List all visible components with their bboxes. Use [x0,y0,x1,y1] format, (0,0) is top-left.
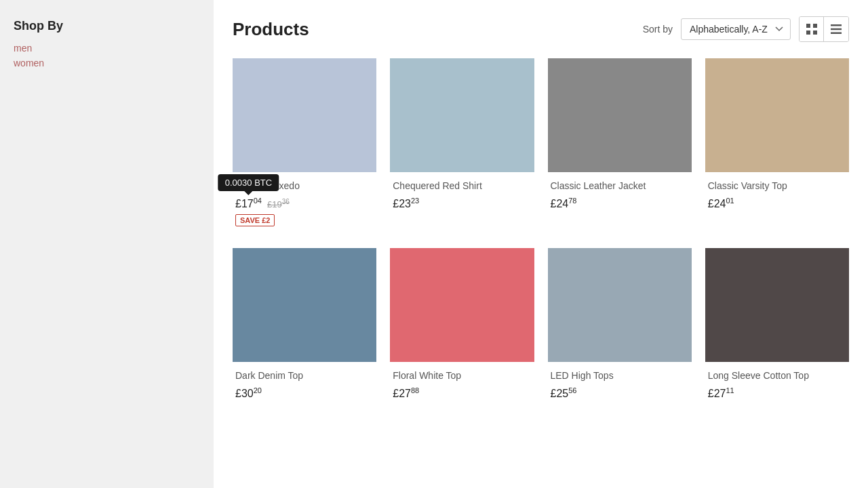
product-image [390,58,534,172]
product-image [705,248,849,362]
product-image [233,248,376,362]
sidebar: Shop By men women [0,0,214,488]
product-image [390,248,534,362]
product-image-placeholder [390,248,534,362]
tooltip-box: 0.0030 BTC [218,174,279,191]
product-info: Classic Varsity Top£2401 [705,172,849,216]
svg-rect-4 [831,24,842,26]
product-card[interactable]: Long Sleeve Cotton Top£2711 [705,248,849,405]
product-card[interactable]: Classic Leather Jacket£2478 [548,58,692,232]
svg-rect-0 [806,24,810,28]
sort-label: Sort by [643,24,673,35]
product-price-row: £2323 [393,197,531,210]
price-current: £2556 [551,386,577,400]
product-price-row: £2478 [551,197,689,210]
svg-rect-5 [831,28,842,30]
product-card[interactable]: LED High Tops£2556 [548,248,692,405]
price-current: £2323 [393,197,419,210]
product-info: Classic Tuxedo0.0030 BTC£1704£1936SAVE £… [233,172,376,232]
price-original: £1936 [267,198,290,209]
list-view-button[interactable] [824,17,848,41]
price-current: £2478 [551,197,577,210]
product-name: Dark Denim Top [235,370,374,381]
grid-icon [806,23,818,35]
product-image [705,58,849,172]
product-image-placeholder [548,58,692,172]
main-header: Products Sort by Alphabetically, A-Z Alp… [233,16,849,42]
svg-rect-1 [813,24,817,28]
product-price-row: 0.0030 BTC£1704£1936 [235,197,374,210]
product-info: LED High Tops£2556 [548,362,692,405]
product-image-placeholder [390,58,534,172]
main-content: Products Sort by Alphabetically, A-Z Alp… [214,0,868,488]
products-grid: Classic Tuxedo0.0030 BTC£1704£1936SAVE £… [233,58,849,406]
sidebar-link-women[interactable]: women [14,58,200,68]
svg-rect-3 [813,30,817,35]
product-image [233,58,376,172]
product-info: Dark Denim Top£3020 [233,362,376,405]
price-current: £3020 [235,386,262,400]
price-current: £1704 [235,198,262,209]
product-card[interactable]: Classic Tuxedo0.0030 BTC£1704£1936SAVE £… [233,58,376,232]
product-info: Floral White Top£2788 [390,362,534,405]
product-info: Classic Leather Jacket£2478 [548,172,692,216]
product-info: Long Sleeve Cotton Top£2711 [705,362,849,405]
product-name: Chequered Red Shirt [393,180,531,191]
sort-select[interactable]: Alphabetically, A-Z Alphabetically, Z-A … [681,18,791,40]
product-card[interactable]: Floral White Top£2788 [390,248,534,405]
svg-rect-2 [806,30,810,35]
shop-by-title: Shop By [14,19,200,33]
product-image [548,248,692,362]
product-image-placeholder [233,58,376,172]
product-card[interactable]: Chequered Red Shirt£2323 [390,58,534,232]
product-image [548,58,692,172]
product-card[interactable]: Classic Varsity Top£2401 [705,58,849,232]
product-image-placeholder [233,248,376,362]
product-image-placeholder [705,58,849,172]
product-card[interactable]: Dark Denim Top£3020 [233,248,376,405]
product-name: Long Sleeve Cotton Top [708,370,846,381]
page-title: Products [233,19,309,40]
product-price-row: £2556 [551,386,689,400]
product-name: LED High Tops [551,370,689,381]
price-current: £2711 [708,386,734,400]
tooltip-wrapper: 0.0030 BTC£1704 [235,197,262,210]
product-price-row: £2788 [393,386,531,400]
product-info: Chequered Red Shirt£2323 [390,172,534,216]
sort-controls: Sort by Alphabetically, A-Z Alphabetical… [643,16,849,42]
product-price-row: £2401 [708,197,846,210]
save-badge: SAVE £2 [235,214,275,226]
product-name: Classic Varsity Top [708,180,846,191]
product-image-placeholder [548,248,692,362]
product-name: Classic Leather Jacket [551,180,689,191]
svg-rect-6 [831,33,842,35]
product-price-row: £2711 [708,386,846,400]
list-icon [830,23,842,35]
view-toggle [799,16,849,42]
product-image-placeholder [705,248,849,362]
product-price-row: £3020 [235,386,374,400]
price-current: £2788 [393,386,419,400]
sidebar-link-men[interactable]: men [14,43,200,54]
product-name: Floral White Top [393,370,531,381]
grid-view-button[interactable] [800,17,824,41]
price-current: £2401 [708,197,734,210]
